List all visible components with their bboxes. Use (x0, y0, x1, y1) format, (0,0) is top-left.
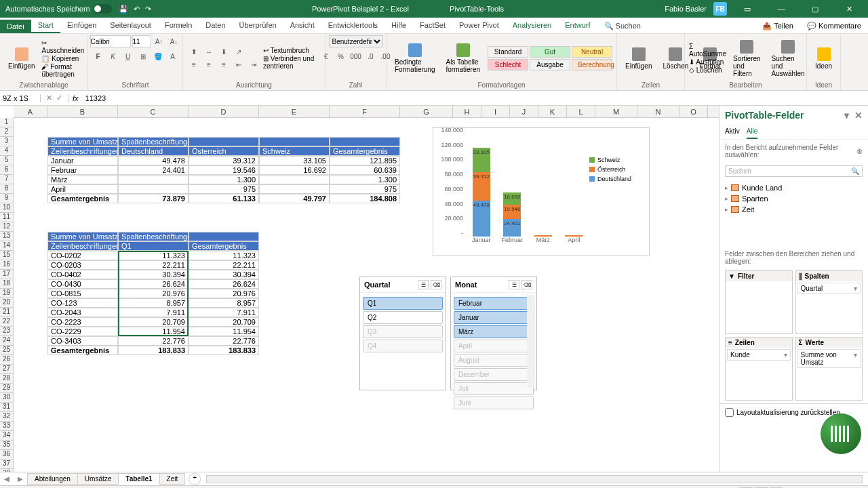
row-header[interactable]: 37 (0, 460, 13, 469)
clear-filter-icon[interactable]: ⌫ (431, 280, 441, 289)
tab-entwurf[interactable]: Entwurf (558, 18, 597, 33)
tab-file[interactable]: Datei (0, 20, 31, 33)
pivot-table-1[interactable]: Summe von Umsatz Spaltenbeschriftungen▾ … (47, 137, 400, 203)
col-header[interactable]: E (259, 106, 330, 117)
area-item-umsatz[interactable]: Summe von Umsatz (797, 349, 861, 368)
area-values[interactable]: Σ Werte Summe von Umsatz (795, 337, 863, 401)
row-header[interactable]: 3 (0, 137, 13, 146)
indent-inc-icon[interactable]: ⇥ (247, 59, 260, 71)
col-header[interactable]: J (510, 106, 538, 117)
tab-seitenlayout[interactable]: Seitenlayout (103, 18, 158, 33)
multi-select-icon[interactable]: ☰ (418, 280, 429, 289)
align-top-icon[interactable]: ⬆ (187, 46, 201, 58)
underline-icon[interactable]: U (121, 50, 135, 62)
col-header[interactable]: B (47, 106, 118, 117)
paste-button[interactable]: Einfügen (4, 46, 39, 71)
field-item[interactable]: Kunde Land (725, 182, 863, 193)
align-left-icon[interactable]: ≡ (187, 59, 201, 71)
defer-layout-checkbox[interactable] (725, 408, 734, 417)
row-header[interactable]: 14 (0, 241, 13, 251)
copy-button[interactable]: 📋 Kopieren (41, 55, 84, 62)
slicer-monat[interactable]: Monat ☰ ⌫ FebruarJanuarMärzAprilAugustDe… (450, 277, 537, 390)
fx-icon[interactable]: fx (68, 94, 83, 102)
pivot-chart[interactable]: -20.00040.00060.00080.000100.000120.0001… (433, 127, 650, 256)
cond-format-button[interactable]: Bedingte Formatierung (391, 42, 439, 75)
slicer-item[interactable]: Februar (454, 297, 534, 310)
slicer-item[interactable]: Q2 (363, 311, 443, 324)
sheet-nav-next-icon[interactable]: ▶ (14, 475, 27, 483)
row-header[interactable]: 29 (0, 384, 13, 393)
area-rows[interactable]: ≡ Zeilen Kunde (725, 337, 793, 401)
cut-button[interactable]: ✂ Ausschneiden (41, 39, 84, 54)
style-calc[interactable]: Berechnung (572, 59, 612, 70)
percent-icon[interactable]: % (334, 50, 348, 62)
row-header[interactable]: 19 (0, 289, 13, 298)
style-neutral[interactable]: Neutral (572, 46, 612, 58)
row-header[interactable]: 1 (0, 118, 13, 127)
close-icon[interactable]: ✕ (835, 5, 863, 14)
comma-icon[interactable]: 000 (349, 50, 363, 62)
worksheet-area[interactable]: ABCDEFGHIJKLMNO 123456789101112131415161… (0, 106, 719, 472)
multi-select-icon[interactable]: ☰ (509, 280, 519, 289)
autosave-switch-icon[interactable] (93, 4, 112, 14)
row-header[interactable]: 12 (0, 222, 13, 232)
wrap-text-button[interactable]: ↩ Textumbruch (263, 47, 321, 54)
slicer-item[interactable]: Januar (454, 311, 534, 324)
tab-ansicht[interactable]: Ansicht (283, 18, 321, 33)
sheet-tab[interactable]: Zeit (159, 473, 186, 485)
save-icon[interactable]: 💾 (119, 5, 128, 14)
slicer-item[interactable]: März (454, 325, 534, 338)
align-bottom-icon[interactable]: ⬇ (217, 46, 231, 58)
row-header[interactable]: 32 (0, 412, 13, 422)
ideas-button[interactable]: Ideen (811, 46, 836, 71)
name-box[interactable]: 9Z x 1S (0, 94, 41, 102)
cancel-formula-icon[interactable]: ✕ (46, 94, 52, 102)
area-item-quartal[interactable]: Quartal (797, 283, 861, 294)
row-header[interactable]: 10 (0, 203, 13, 213)
row-header[interactable]: 34 (0, 431, 13, 441)
row-header[interactable]: 13 (0, 232, 13, 241)
row-header[interactable]: 18 (0, 279, 13, 289)
slicer-item[interactable]: Juli (454, 382, 534, 395)
col-header[interactable]: A (14, 106, 47, 117)
slicer-item[interactable]: April (454, 340, 534, 352)
font-color-icon[interactable]: A (166, 50, 180, 62)
tab-einfügen[interactable]: Einfügen (60, 18, 103, 33)
sheet-tab[interactable]: Tabelle1 (118, 473, 159, 485)
bold-icon[interactable]: F (92, 50, 105, 62)
insert-cells-button[interactable]: Einfügen (621, 46, 656, 71)
row-header[interactable]: 23 (0, 327, 13, 336)
clear-button[interactable]: ◇ Löschen (689, 66, 726, 74)
row-header[interactable]: 16 (0, 260, 13, 270)
slicer-item[interactable]: Dezember (454, 368, 534, 381)
font-name-input[interactable] (90, 35, 131, 47)
tab-power pivot[interactable]: Power Pivot (452, 18, 506, 33)
row-header[interactable]: 35 (0, 441, 13, 450)
row-header[interactable]: 4 (0, 146, 13, 156)
sheet-tab[interactable]: Umsätze (77, 473, 119, 485)
row-header[interactable]: 38 (0, 469, 13, 472)
row-header[interactable]: 21 (0, 308, 13, 317)
row-header[interactable]: 27 (0, 365, 13, 374)
gear-icon[interactable]: ⚙ (856, 148, 863, 155)
slicer-quartal[interactable]: Quartal ☰ ⌫ Q1Q2Q3Q4 (359, 277, 446, 390)
row-header[interactable]: 6 (0, 165, 13, 175)
share-button[interactable]: 📤 Teilen (755, 19, 800, 33)
row-header[interactable]: 17 (0, 270, 13, 279)
sheet-tab[interactable]: Abteilungen (27, 473, 78, 485)
fill-color-icon[interactable]: 🪣 (151, 50, 165, 62)
style-good[interactable]: Gut (530, 46, 570, 58)
style-standard[interactable]: Standard (488, 46, 528, 58)
find-select-button[interactable]: Suchen und Auswählen (768, 39, 809, 79)
border-icon[interactable]: ⊞ (136, 50, 150, 62)
tab-überprüfen[interactable]: Überprüfen (233, 18, 283, 33)
tab-aktiv[interactable]: Aktiv (725, 125, 740, 139)
tab-hilfe[interactable]: Hilfe (384, 18, 413, 33)
col-header[interactable]: C (118, 106, 189, 117)
autosum-button[interactable]: Σ AutoSumme (689, 43, 726, 58)
row-header[interactable]: 8 (0, 184, 13, 194)
slicer-item[interactable]: Q1 (363, 297, 443, 310)
merge-center-button[interactable]: ⊞ Verbinden und zentrieren (263, 55, 321, 70)
align-right-icon[interactable]: ≡ (217, 59, 231, 71)
ribbon-options-icon[interactable]: ▭ (734, 5, 761, 14)
